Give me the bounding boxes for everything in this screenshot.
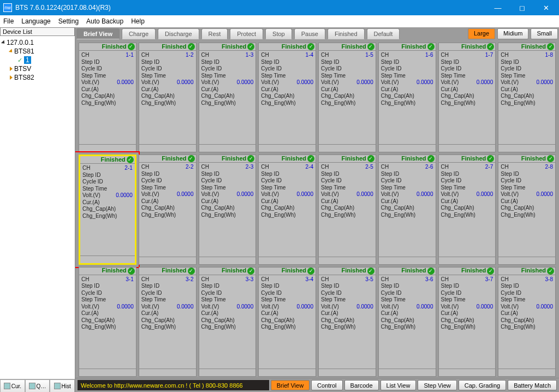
channel-2-1[interactable]: Finished✓CH2-1Step IDCycle IDStep TimeVo… (79, 155, 136, 264)
status-check-icon: ✓ (307, 268, 314, 275)
tree-node-btsv[interactable]: BTSV (2, 64, 73, 73)
field-label: Cycle ID (321, 66, 373, 73)
field-value: 1-5 (365, 52, 373, 59)
app-icon: nw (3, 3, 12, 12)
field-value: 0.0000 (237, 79, 254, 86)
tree-node-bts82[interactable]: BTS82 (2, 73, 73, 82)
field-label: Step Time (82, 186, 133, 193)
channel-2-2[interactable]: Finished✓CH2-2Step IDCycle IDStep TimeVo… (139, 155, 197, 264)
size-midium[interactable]: Midium (497, 28, 528, 39)
tab-finished[interactable]: Finished (328, 28, 365, 39)
tab-default[interactable]: Default (367, 28, 400, 39)
bottom-barcode[interactable]: Barcode (344, 380, 379, 390)
menu-setting[interactable]: Setting (58, 17, 79, 25)
tree-label[interactable]: BTS82 (14, 74, 34, 81)
bottom-brief-view[interactable]: Brief View (271, 380, 310, 390)
field-value: 2-1 (124, 165, 132, 172)
field-label: Cur.(A) (141, 86, 194, 93)
tab-brief-view[interactable]: Brief View (76, 28, 120, 39)
tab-stop[interactable]: Stop (265, 28, 292, 39)
tree-label[interactable]: BTS81 (14, 47, 34, 55)
field-value: 0.0000 (177, 191, 194, 198)
channel-3-2[interactable]: Finished✓CH3-2Step IDCycle IDStep TimeVo… (139, 267, 197, 377)
sidebar-tab-cur[interactable]: Cur. (0, 379, 25, 392)
size-small[interactable]: Small (531, 28, 558, 39)
close-button[interactable]: ✕ (534, 0, 558, 15)
bottom-battery-match[interactable]: Battery Match (508, 380, 557, 390)
channel-1-3[interactable]: Finished✓CH1-3Step IDCycle IDStep TimeVo… (199, 43, 257, 152)
sidebar-tab-hist[interactable]: Hist (50, 379, 75, 392)
tree-node-bts81[interactable]: BTS81 (2, 47, 73, 56)
field-label: Step ID (81, 59, 134, 66)
field-label: Step ID (321, 283, 373, 290)
channel-3-3[interactable]: Finished✓CH3-3Step IDCycle IDStep TimeVo… (199, 267, 257, 377)
tree-expand-icon[interactable] (10, 67, 13, 71)
channel-1-8[interactable]: Finished✓CH1-8Step IDCycle IDStep TimeVo… (498, 43, 556, 152)
channel-2-6[interactable]: Finished✓CH2-6Step IDCycle IDStep TimeVo… (378, 155, 436, 264)
tree-node-127.0.0.1[interactable]: 127.0.0.1 (2, 38, 73, 47)
channel-3-5[interactable]: Finished✓CH3-5Step IDCycle IDStep TimeVo… (318, 267, 376, 377)
bottom-list-view[interactable]: List View (380, 380, 417, 390)
status-label: Finished (102, 267, 127, 275)
channel-3-7[interactable]: Finished✓CH3-7Step IDCycle IDStep TimeVo… (438, 267, 496, 377)
tree-expand-icon[interactable] (10, 75, 13, 80)
channel-2-4[interactable]: Finished✓CH2-4Step IDCycle IDStep TimeVo… (258, 155, 316, 264)
channel-1-2[interactable]: Finished✓CH1-2Step IDCycle IDStep TimeVo… (139, 43, 197, 152)
channel-2-8[interactable]: Finished✓CH2-8Step IDCycle IDStep TimeVo… (498, 155, 556, 264)
channel-3-6[interactable]: Finished✓CH3-6Step IDCycle IDStep TimeVo… (378, 267, 436, 377)
status-check-icon: ✓ (547, 43, 554, 50)
channel-2-7[interactable]: Finished✓CH2-7Step IDCycle IDStep TimeVo… (438, 155, 496, 264)
menu-file[interactable]: File (3, 17, 14, 25)
field-label: Cycle ID (441, 66, 493, 73)
channel-1-4[interactable]: Finished✓CH1-4Step IDCycle IDStep TimeVo… (258, 43, 316, 152)
channel-1-5[interactable]: Finished✓CH1-5Step IDCycle IDStep TimeVo… (318, 43, 376, 152)
minimize-button[interactable]: — (486, 0, 510, 15)
channel-3-4[interactable]: Finished✓CH3-4Step IDCycle IDStep TimeVo… (258, 267, 316, 377)
maximize-button[interactable]: ◻ (510, 0, 534, 15)
channel-2-3[interactable]: Finished✓CH2-3Step IDCycle IDStep TimeVo… (199, 155, 257, 264)
field-value: 0.0000 (296, 304, 313, 311)
field-label: Step ID (441, 59, 493, 66)
sidebar-tab-q[interactable]: Q… (25, 379, 50, 392)
tab-pause[interactable]: Pause (294, 28, 325, 39)
field-value: 1-8 (545, 52, 553, 59)
tab-rest[interactable]: Rest (201, 28, 228, 39)
channel-1-6[interactable]: Finished✓CH1-6Step IDCycle IDStep TimeVo… (378, 43, 436, 152)
field-label: CH (381, 276, 425, 283)
status-check-icon: ✓ (307, 43, 314, 50)
menu-help[interactable]: Help (131, 17, 145, 25)
tree-expand-icon[interactable] (1, 40, 6, 45)
bottom-cap-grading[interactable]: Cap. Grading (459, 380, 506, 390)
field-value: 0.0000 (117, 79, 134, 86)
field-label: Step Time (501, 296, 553, 304)
tab-discharge[interactable]: Discharge (158, 28, 199, 39)
field-label: Cur.(A) (141, 198, 194, 205)
bottom-control[interactable]: Control (311, 380, 342, 390)
field-value: 3-4 (306, 276, 313, 283)
field-label: Chg_Cap(Ah) (441, 93, 493, 100)
field-label: CH (81, 276, 126, 283)
tree-label[interactable]: 1 (24, 56, 31, 64)
size-large[interactable]: Large (468, 28, 495, 39)
field-label: CH (261, 276, 305, 283)
tab-protect[interactable]: Protect (230, 28, 263, 39)
tree-label[interactable]: BTSV (14, 65, 31, 73)
field-label: Chg_Cap(Ah) (261, 93, 313, 100)
channel-2-5[interactable]: Finished✓CH2-5Step IDCycle IDStep TimeVo… (318, 155, 376, 264)
tree-node-1[interactable]: ✓1 (2, 56, 73, 64)
device-tree[interactable]: 127.0.0.1BTS81✓1BTSVBTS82 (0, 36, 75, 379)
tree-label[interactable]: 127.0.0.1 (7, 39, 34, 46)
channel-3-1[interactable]: Finished✓CH3-1Step IDCycle IDStep TimeVo… (79, 267, 136, 377)
channel-1-7[interactable]: Finished✓CH1-7Step IDCycle IDStep TimeVo… (438, 43, 496, 152)
tab-charge[interactable]: Charge (122, 28, 156, 39)
menu-auto-backup[interactable]: Auto Backup (86, 17, 123, 25)
bottom-step-view[interactable]: Step View (418, 380, 456, 390)
field-label: CH (441, 164, 485, 171)
channel-3-8[interactable]: Finished✓CH3-8Step IDCycle IDStep TimeVo… (498, 267, 556, 377)
channel-1-1[interactable]: Finished✓CH1-1Step IDCycle IDStep TimeVo… (79, 43, 136, 152)
field-value: 0.0000 (296, 191, 313, 198)
tree-expand-icon[interactable] (9, 49, 14, 54)
menu-language[interactable]: Language (21, 17, 50, 25)
field-label: Chg_Cap(Ah) (141, 93, 194, 100)
field-label: Step Time (261, 73, 313, 80)
